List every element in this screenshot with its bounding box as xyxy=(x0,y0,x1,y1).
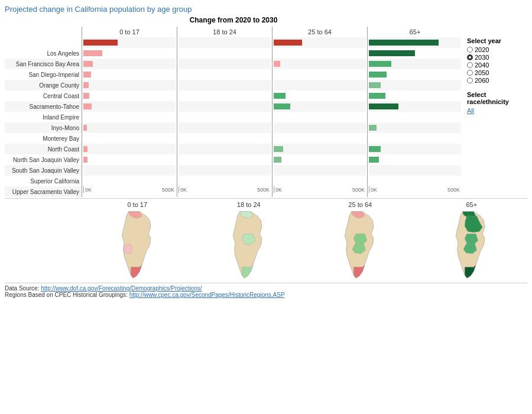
bar-row xyxy=(369,59,461,69)
region-label: Inland Empire xyxy=(5,112,82,122)
year-label-2040: 2040 xyxy=(475,62,489,69)
radio-2060[interactable] xyxy=(467,77,473,83)
region-label: North San Joaquin Valley xyxy=(5,154,82,165)
bar-row xyxy=(274,80,366,90)
region-label: North Coast xyxy=(5,144,82,154)
region-label: San Diego-Imperial xyxy=(5,69,82,80)
bar-row xyxy=(179,90,271,101)
race-value[interactable]: All xyxy=(467,107,527,114)
bar-row xyxy=(369,144,461,154)
bar-row xyxy=(83,122,176,133)
bar-groups: 0 to 17 xyxy=(82,27,462,197)
bar-row xyxy=(369,48,461,59)
maps-section: 0 to 17 18 to 24 xyxy=(5,198,527,280)
footer: Data Source: http://www.dof.ca.gov/Forec… xyxy=(5,283,527,298)
bar-row xyxy=(83,37,176,48)
chart-subtitle: Change from 2020 to 2030 xyxy=(5,16,462,24)
map-0-17 xyxy=(109,209,166,280)
bar-row xyxy=(179,144,271,154)
year-option-2060[interactable]: 2060 xyxy=(467,77,527,84)
bar-row xyxy=(369,80,461,90)
year-label-2030: 2030 xyxy=(475,54,489,61)
map-title-18-24: 18 to 24 xyxy=(237,201,261,208)
bar-row xyxy=(179,176,271,186)
axis-ticks: 0K500K xyxy=(369,186,461,193)
bar-row xyxy=(179,165,271,176)
bar-row xyxy=(274,69,366,80)
bar-row xyxy=(274,144,366,154)
year-option-2030[interactable]: 2030 xyxy=(467,54,527,61)
year-label-2060: 2060 xyxy=(475,77,489,84)
bar-row xyxy=(369,37,461,48)
radio-2020[interactable] xyxy=(467,47,473,53)
bar-group-0-17: 0 to 17 xyxy=(82,27,177,197)
bar-row xyxy=(369,112,461,122)
bar-row xyxy=(83,165,176,176)
bar-row xyxy=(274,59,366,69)
year-radio-group[interactable]: 2020 2030 2040 2050 2060 xyxy=(467,46,527,84)
sidebar: Select year 2020 2030 2040 2050 xyxy=(462,16,527,197)
bar-row xyxy=(274,122,366,133)
axis-ticks: 0K500K xyxy=(179,186,271,193)
bar-row xyxy=(83,112,176,122)
region-label: Los Angeles xyxy=(5,48,82,59)
region-label: Orange County xyxy=(5,80,82,90)
radio-2040[interactable] xyxy=(467,62,473,68)
bar-row xyxy=(274,101,366,112)
year-option-2020[interactable]: 2020 xyxy=(467,46,527,53)
bar-row xyxy=(179,69,271,80)
bar-row xyxy=(83,48,176,59)
bar-row xyxy=(274,37,366,48)
bar-row xyxy=(179,122,271,133)
bar-row xyxy=(83,133,176,144)
year-option-2040[interactable]: 2040 xyxy=(467,62,527,69)
bar-row xyxy=(274,48,366,59)
bar-row xyxy=(369,154,461,165)
age-group-header: 25 to 64 xyxy=(274,27,366,37)
radio-2050[interactable] xyxy=(467,70,473,76)
bars-65plus xyxy=(369,37,461,186)
bars-18-24 xyxy=(179,37,271,186)
bar-row xyxy=(179,101,271,112)
bar-row xyxy=(179,80,271,90)
data-source-link[interactable]: http://www.dof.ca.gov/Forecasting/Demogr… xyxy=(41,285,202,292)
bar-row xyxy=(369,101,461,112)
region-label: Central Coast xyxy=(5,90,82,101)
bar-row xyxy=(369,90,461,101)
bar-row xyxy=(83,59,176,69)
bar-row xyxy=(179,154,271,165)
region-label: Superior California xyxy=(5,176,82,186)
bar-row xyxy=(274,165,366,176)
bar-row xyxy=(179,37,271,48)
regions-link[interactable]: http://www.cpec.ca.gov/SecondPages/Histo… xyxy=(129,292,285,298)
bar-row xyxy=(369,165,461,176)
bar-row xyxy=(274,112,366,122)
map-group-0-17: 0 to 17 xyxy=(82,201,193,280)
bars-0-17 xyxy=(83,37,176,186)
regions-label: Regions Based on CPEC Historical Groupin… xyxy=(5,292,129,298)
map-group-25-64: 25 to 64 xyxy=(304,201,416,280)
bar-group-65plus: 65+ xyxy=(367,27,462,197)
year-option-2050[interactable]: 2050 xyxy=(467,69,527,76)
bar-row xyxy=(274,154,366,165)
maps-container: 0 to 17 18 to 24 xyxy=(82,201,527,280)
region-label: Monterey Bay xyxy=(5,133,82,144)
region-label: Upper Sacramento Valley xyxy=(5,186,82,197)
map-65plus xyxy=(443,209,499,280)
select-race-label: Select race/ethnicity xyxy=(467,91,527,105)
map-title-25-64: 25 to 64 xyxy=(348,201,372,208)
radio-2030[interactable] xyxy=(467,54,473,60)
age-group-header: 18 to 24 xyxy=(179,27,271,37)
map-25-64 xyxy=(332,209,388,280)
bars-25-64 xyxy=(274,37,366,186)
region-label: South San Joaquin Valley xyxy=(5,165,82,176)
map-group-18-24: 18 to 24 xyxy=(193,201,305,280)
bar-row xyxy=(83,144,176,154)
age-group-header: 0 to 17 xyxy=(83,27,176,37)
map-title-65plus: 65+ xyxy=(466,201,477,208)
bar-row xyxy=(274,133,366,144)
region-label: Inyo-Mono xyxy=(5,122,82,133)
bar-row xyxy=(83,69,176,80)
map-title-0-17: 0 to 17 xyxy=(127,201,147,208)
select-year-label: Select year xyxy=(467,37,527,44)
